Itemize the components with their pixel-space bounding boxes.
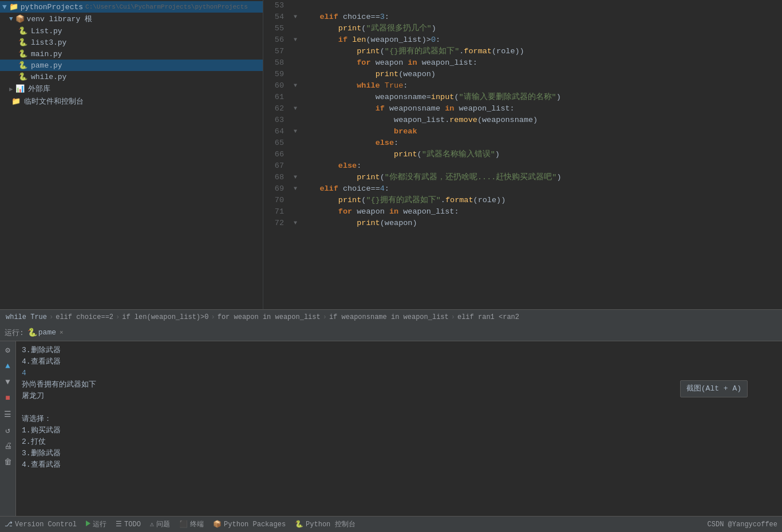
toolbar-scroll-down-btn[interactable]: ▼ — [2, 376, 14, 388]
breadcrumb-item-6[interactable]: elif ran1 <ran2 — [457, 313, 519, 321]
problems-btn[interactable]: ⚠ 问题 — [150, 519, 170, 529]
project-root[interactable]: ▼ 📁 pythonProjects C:\Users\Cui\PycharmP… — [0, 1, 263, 13]
output-line-2: 4.查看武器 — [22, 356, 776, 368]
run-panel: 运行: 🐍 pame × ⚙ ▲ ▼ ■ ☰ ↺ 🖨 🗑 3.删除武器 4.查看… — [0, 324, 782, 527]
warning-icon: ⚠ — [150, 520, 154, 529]
version-control-btn[interactable]: ⎇ Version Control — [5, 520, 77, 529]
code-line-61: 61 weaponsname=input("请输入要删除武器的名称") — [263, 92, 782, 103]
toolbar-list-btn[interactable]: ☰ — [2, 408, 14, 420]
venv-folder[interactable]: ▼ 📦 venv library 根 — [0, 13, 263, 25]
toolbar-delete-btn[interactable]: 🗑 — [2, 456, 14, 468]
terminal-btn[interactable]: ⬛ 终端 — [179, 519, 204, 529]
while-py[interactable]: 🐍 while.py — [0, 71, 263, 82]
breadcrumb-bar: while True › elif choice==2 › if len(wea… — [0, 309, 782, 324]
output-line-4: 孙尚香拥有的武器如下 — [22, 379, 776, 391]
run-label: 运行: — [5, 328, 24, 338]
code-line-57: 57 print("{}拥有的武器如下".format(role)) — [263, 46, 782, 57]
run-toolbar: ⚙ ▲ ▼ ■ ☰ ↺ 🖨 🗑 — [0, 341, 16, 527]
run-filename: pame — [38, 328, 56, 337]
run-triangle-icon — [86, 521, 90, 529]
python-console-icon: 🐍 — [295, 520, 303, 529]
output-line-7: 请选择： — [22, 413, 776, 425]
python-file-icon: 🐍 — [27, 328, 37, 337]
code-editor[interactable]: 53 54 ▼ elif choice==3: 55 print("武器很多扔几… — [263, 0, 782, 309]
external-libs[interactable]: ▶ 📊 外部库 — [0, 82, 263, 95]
file-tree: ▼ 📁 pythonProjects C:\Users\Cui\PycharmP… — [0, 0, 263, 309]
root-path: C:\Users\Cui\PycharmProjects\pythonProje… — [85, 3, 248, 10]
breadcrumb-item-4[interactable]: for weapon in weapon_list — [218, 313, 321, 321]
brand-text: CSDN @Yangycoffee — [708, 521, 777, 529]
toolbar-scroll-up-btn[interactable]: ▲ — [2, 360, 14, 372]
breadcrumb-item-5[interactable]: if weaponsname in weapon_list — [329, 313, 449, 321]
code-line-54: 54 ▼ elif choice==3: — [263, 11, 782, 23]
todo-icon: ☰ — [116, 520, 122, 529]
git-icon: ⎇ — [5, 520, 13, 529]
code-line-72: 72 ▼ print(weapon) — [263, 218, 782, 229]
run-header: 运行: 🐍 pame × — [0, 324, 782, 341]
code-line-56: 56 ▼ if len(weapon_list)>0: — [263, 34, 782, 46]
toolbar-settings-btn[interactable]: ⚙ — [2, 344, 14, 356]
code-line-71: 71 for weapon in weapon_list: — [263, 206, 782, 218]
breadcrumb-item-3[interactable]: if len(weapon_list)>0 — [122, 313, 208, 321]
screenshot-tooltip: 截图(Alt + A) — [680, 380, 748, 397]
run-output: 3.删除武器 4.查看武器 4 孙尚香拥有的武器如下 屠龙刀 请选择： 1.购买… — [16, 341, 782, 527]
code-line-58: 58 for weapon in weapon_list: — [263, 57, 782, 69]
toolbar-print-btn[interactable]: 🖨 — [2, 440, 14, 452]
main-py[interactable]: 🐍 main.py — [0, 48, 263, 60]
breadcrumb-item-2[interactable]: elif choice==2 — [56, 313, 113, 321]
python-packages-icon: 📦 — [213, 520, 222, 529]
code-line-59: 59 print(weapon) — [263, 69, 782, 80]
code-line-66: 66 print("武器名称输入错误") — [263, 149, 782, 160]
todo-btn[interactable]: ☰ TODO — [116, 520, 141, 529]
code-line-53: 53 — [263, 0, 782, 11]
python-console-btn[interactable]: 🐍 Python 控制台 — [295, 519, 355, 529]
code-line-70: 70 print("{}拥有的武器如下".format(role)) — [263, 195, 782, 206]
code-line-69: 69 ▼ elif choice==4: — [263, 183, 782, 195]
code-line-65: 65 else: — [263, 137, 782, 149]
code-line-68: 68 ▼ print("你都没有武器，还扔啥呢....赶快购买武器吧") — [263, 172, 782, 183]
list3-py[interactable]: 🐍 list3.py — [0, 37, 263, 48]
code-line-67: 67 else: — [263, 160, 782, 172]
code-line-60: 60 ▼ while True: — [263, 80, 782, 92]
python-packages-btn[interactable]: 📦 Python Packages — [213, 520, 286, 529]
list-py[interactable]: 🐍 List.py — [0, 25, 263, 37]
run-tab-close[interactable]: × — [60, 329, 64, 336]
output-line-1: 3.删除武器 — [22, 345, 776, 356]
output-line-3: 4 — [22, 368, 776, 379]
toolbar-rerun-btn[interactable]: ↺ — [2, 424, 14, 436]
pame-py[interactable]: 🐍 pame.py — [0, 60, 263, 71]
output-line-11: 4.查看武器 — [22, 459, 776, 471]
code-line-62: 62 ▼ if weaponsname in weapon_list: — [263, 103, 782, 115]
output-line-5: 屠龙刀 — [22, 391, 776, 402]
breadcrumb-item-1[interactable]: while True — [6, 313, 47, 321]
run-status-btn[interactable]: 运行 — [86, 519, 106, 529]
output-line-6 — [22, 402, 776, 413]
output-line-9: 2.打仗 — [22, 436, 776, 448]
output-line-10: 3.删除武器 — [22, 448, 776, 459]
status-bar: ⎇ Version Control 运行 ☰ TODO ⚠ 问题 ⬛ 终端 📦 … — [0, 516, 782, 532]
output-line-8: 1.购买武器 — [22, 425, 776, 436]
code-line-63: 63 weapon_list.remove(weaponsname) — [263, 115, 782, 126]
scratch-files[interactable]: 📁 临时文件和控制台 — [0, 95, 263, 108]
root-label: pythonProjects — [21, 3, 83, 11]
code-line-64: 64 ▼ break — [263, 126, 782, 137]
terminal-icon: ⬛ — [179, 520, 188, 529]
code-line-55: 55 print("武器很多扔几个") — [263, 23, 782, 34]
toolbar-stop-btn[interactable]: ■ — [2, 392, 14, 404]
